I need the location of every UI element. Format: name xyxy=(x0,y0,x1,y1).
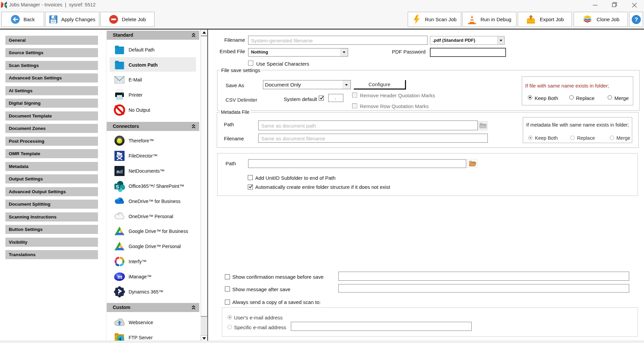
svg-text:n: n xyxy=(116,169,120,174)
svg-text:d: d xyxy=(120,169,123,174)
svg-text:?: ? xyxy=(634,16,638,23)
svg-text:m: m xyxy=(117,274,122,280)
svg-text:S: S xyxy=(116,184,119,190)
